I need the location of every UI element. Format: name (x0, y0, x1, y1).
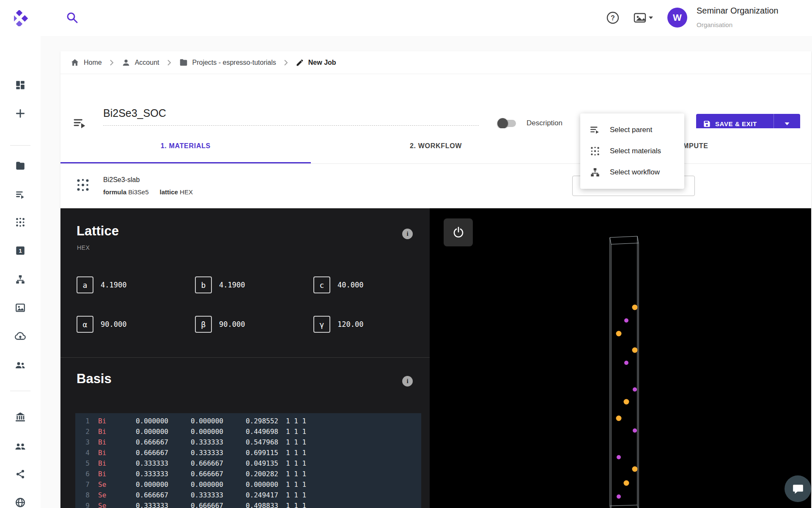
projects-folder-icon[interactable] (0, 154, 41, 178)
lattice-param-value[interactable]: 4.1900 (101, 281, 126, 289)
breadcrumb-separator-icon (284, 59, 288, 66)
create-new-plus-icon[interactable] (0, 102, 41, 125)
breadcrumb-home[interactable]: Home (70, 58, 102, 67)
app-logo-icon[interactable] (14, 10, 30, 26)
breadcrumb-new-job[interactable]: New Job (296, 58, 336, 67)
lattice-param-value[interactable]: 90.000 (101, 320, 126, 329)
basis-info-icon[interactable]: i (402, 376, 413, 387)
help-icon[interactable]: ? (606, 11, 620, 25)
share-icon[interactable] (0, 462, 41, 486)
workflows-icon[interactable] (0, 268, 41, 291)
atom (633, 387, 637, 392)
job-title: Bi2Se3_SOC (103, 107, 166, 119)
svg-text:1: 1 (19, 248, 22, 254)
basis-row: 2 Bi 0.000000 0.000000 0.449698 1 1 1 (75, 426, 421, 437)
coord-x: 0.000000 (113, 479, 168, 490)
lattice-param-value[interactable]: 4.1900 (219, 281, 245, 289)
org-users-icon[interactable] (0, 434, 41, 458)
lattice-title: Lattice (77, 224, 119, 239)
coord-y: 0.333333 (168, 490, 223, 500)
tab-bar: 1. MATERIALS 2. WORKFLOW 3. COMPUTE (60, 128, 811, 164)
menu-item-select-workflow[interactable]: Select workflow (580, 162, 684, 183)
constraint-flags: 1 1 1 (278, 479, 312, 490)
element-symbol: Se (90, 500, 113, 508)
line-number: 2 (75, 426, 90, 437)
menu-item-select-parent[interactable]: Select parent (580, 119, 684, 141)
job-title-field[interactable]: Bi2Se3_SOC (103, 107, 479, 126)
lattice-param-symbol: γ (313, 316, 330, 333)
top-bar: ? W Seminar Organization Organisation (0, 0, 812, 36)
coord-z: 0.200282 (223, 469, 278, 479)
constraint-flags: 1 1 1 (278, 447, 312, 458)
lattice-value: HEX (180, 188, 193, 196)
sidebar: 1 (0, 36, 41, 508)
lattice-param-symbol: b (195, 276, 212, 293)
editor-area: Lattice i HEX a 4.1900 b 4.1900 (60, 208, 811, 508)
breadcrumb-account[interactable]: Account (121, 58, 159, 67)
tab-materials[interactable]: 1. MATERIALS (60, 128, 311, 163)
line-number: 6 (75, 469, 90, 479)
description-toggle[interactable] (498, 120, 516, 127)
coord-z: 0.449698 (223, 426, 278, 437)
lattice-info-icon[interactable]: i (402, 229, 413, 239)
element-symbol: Se (90, 490, 113, 500)
atom (624, 480, 629, 486)
basis-row: 9 Se 0.333333 0.666667 0.498833 1 1 1 (75, 500, 421, 508)
sidebar-divider (10, 145, 30, 146)
lattice-param-value[interactable]: 90.000 (219, 320, 245, 329)
atom (624, 318, 628, 323)
materials-atoms-icon[interactable] (0, 210, 41, 234)
dashboard-icon[interactable] (0, 73, 41, 97)
lattice-panel: Lattice i HEX a 4.1900 b 4.1900 (60, 208, 430, 508)
jobs-one-icon[interactable]: 1 (0, 239, 41, 262)
breadcrumb-project[interactable]: Projects - espresso-tutorials (179, 58, 276, 67)
images-icon[interactable] (0, 296, 41, 320)
lattice-param-field: c 40.000 (313, 276, 432, 293)
constraint-flags: 1 1 1 (278, 500, 312, 508)
structure-viewer[interactable] (430, 208, 811, 508)
cloud-upload-icon[interactable] (0, 324, 41, 348)
lattice-param-value[interactable]: 120.00 (337, 320, 363, 329)
constraint-flags: 1 1 1 (278, 469, 312, 479)
atom (632, 467, 638, 472)
globe-icon[interactable] (0, 491, 41, 508)
lattice-param-field: γ 120.00 (313, 316, 432, 333)
team-icon[interactable] (0, 353, 41, 377)
save-exit-main[interactable]: SAVE & EXIT (696, 120, 774, 128)
lattice-type: HEX (77, 244, 90, 251)
app-switcher-icon[interactable] (634, 11, 656, 24)
basis-editor[interactable]: 1 Bi 0.000000 0.000000 0.298552 1 1 1 2 … (75, 413, 421, 508)
save-icon (703, 120, 711, 128)
lattice-param-symbol: a (77, 276, 93, 293)
tab-workflow[interactable]: 2. WORKFLOW (311, 128, 561, 163)
org-name: Seminar Organization (697, 6, 778, 16)
lattice-param-field: b 4.1900 (195, 276, 313, 293)
atom (624, 399, 629, 405)
coord-z: 0.049135 (223, 458, 278, 469)
breadcrumb-separator-icon (110, 59, 114, 66)
pencil-icon (296, 58, 304, 67)
lattice-param-field: β 90.000 (195, 316, 313, 333)
search-icon[interactable] (66, 11, 80, 25)
coord-x: 0.666667 (113, 447, 168, 458)
formula-value: Bi3Se5 (128, 188, 148, 196)
chevron-down-icon (784, 121, 790, 126)
chat-widget-button[interactable] (785, 475, 811, 502)
svg-text:?: ? (611, 14, 615, 22)
basis-title: Basis (77, 371, 112, 387)
menu-item-select-materials[interactable]: Select materials (580, 141, 684, 162)
coord-y: 0.333333 (168, 447, 223, 458)
jobs-list-icon[interactable] (0, 183, 41, 207)
organization-bank-icon[interactable] (0, 405, 41, 429)
constraint-flags: 1 1 1 (278, 490, 312, 500)
lattice-param-symbol: c (313, 276, 330, 293)
element-symbol: Se (90, 479, 113, 490)
basis-row: 8 Se 0.666667 0.333333 0.249417 1 1 1 (75, 490, 421, 500)
avatar[interactable]: W (667, 8, 687, 28)
lattice-param-field: α 90.000 (77, 316, 195, 333)
formula-label: formula (103, 188, 126, 196)
line-number: 4 (75, 447, 90, 458)
save-dropdown-caret[interactable] (774, 121, 800, 126)
lattice-param-value[interactable]: 40.000 (337, 281, 363, 289)
constraint-flags: 1 1 1 (278, 437, 312, 447)
